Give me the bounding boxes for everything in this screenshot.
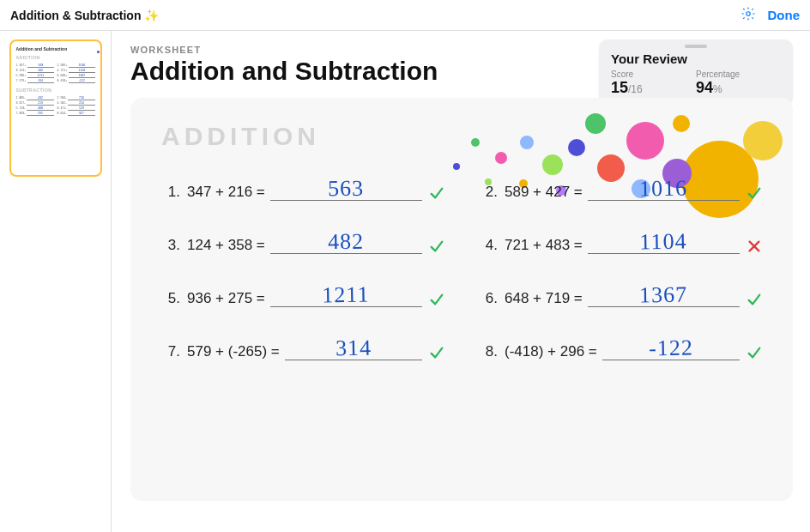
thumbnail-title: Addition and Subtraction xyxy=(16,46,95,51)
score-stat: Score 15/16 xyxy=(611,70,696,97)
handwritten-answer: 314 xyxy=(335,336,372,362)
check-icon xyxy=(429,345,444,360)
score-value: 15 xyxy=(611,79,628,96)
page-thumbnail[interactable]: Addition and Subtraction ADDITION 1. 347… xyxy=(9,39,102,177)
top-navbar: Addition & Subtraction ✨ Done xyxy=(0,0,810,31)
pages-sidebar: Addition and Subtraction ADDITION 1. 347… xyxy=(0,31,112,532)
check-icon xyxy=(747,292,762,307)
problem-expression: 936 + 275 = xyxy=(187,290,265,307)
handwritten-answer: 482 xyxy=(328,229,365,256)
answer-field[interactable]: 1104 xyxy=(588,230,740,254)
handwritten-answer: 1016 xyxy=(639,176,688,203)
problem-row: 4.721 + 483 =1104 xyxy=(479,230,762,254)
answer-field[interactable]: 482 xyxy=(270,230,422,254)
problem-row: 2.589 + 427 =1016 xyxy=(479,177,762,201)
check-icon xyxy=(429,239,444,254)
problem-number: 5. xyxy=(161,290,180,307)
problem-expression: 579 + (-265) = xyxy=(187,343,280,360)
problem-expression: (-418) + 296 = xyxy=(505,343,597,360)
handwritten-answer: 1104 xyxy=(640,229,688,256)
answer-field[interactable]: 563 xyxy=(270,177,422,201)
problem-number: 4. xyxy=(479,237,498,254)
problem-expression: 347 + 216 = xyxy=(187,184,265,201)
review-title: Your Review xyxy=(611,51,781,66)
handwritten-answer: -122 xyxy=(649,336,693,362)
percentage-unit: % xyxy=(713,83,722,95)
handwritten-answer: 1367 xyxy=(639,282,688,309)
answer-field[interactable]: 1211 xyxy=(270,283,422,307)
check-icon xyxy=(429,185,444,201)
workspace: Addition and Subtraction ADDITION 1. 347… xyxy=(0,31,810,532)
answer-field[interactable]: 1367 xyxy=(588,283,740,307)
problem-expression: 589 + 427 = xyxy=(505,184,583,201)
problem-row: 3.124 + 358 =482 xyxy=(161,230,444,254)
percentage-value: 94 xyxy=(696,79,713,96)
problem-number: 6. xyxy=(479,290,498,307)
problem-number: 3. xyxy=(161,237,180,254)
settings-button[interactable] xyxy=(737,4,759,27)
problem-row: 5.936 + 275 =1211 xyxy=(161,283,444,307)
problem-number: 8. xyxy=(479,343,498,360)
done-button[interactable]: Done xyxy=(768,8,801,22)
worksheet-sheet: ADDITION 1.347 + 216 =5632.589 + 427 =10… xyxy=(130,98,793,501)
svg-point-0 xyxy=(746,11,750,15)
problem-number: 2. xyxy=(479,184,498,201)
problem-row: 1.347 + 216 =563 xyxy=(161,177,444,201)
score-total: /16 xyxy=(628,83,643,95)
navbar-title: Addition & Subtraction ✨ xyxy=(10,9,737,22)
drag-handle[interactable] xyxy=(685,45,707,48)
problem-row: 7.579 + (-265) =314 xyxy=(161,336,444,360)
gear-icon xyxy=(740,6,756,25)
problem-number: 7. xyxy=(161,343,180,360)
problem-expression: 721 + 483 = xyxy=(505,237,583,254)
percentage-stat: Percentage 94% xyxy=(696,70,781,97)
percentage-label: Percentage xyxy=(696,70,781,79)
handwritten-answer: 1211 xyxy=(323,282,371,309)
problem-number: 1. xyxy=(161,184,180,201)
problem-row: 6.648 + 719 =1367 xyxy=(479,283,762,307)
problem-expression: 124 + 358 = xyxy=(187,237,265,254)
main-content: WORKSHEET Addition and Subtraction Your … xyxy=(112,31,810,532)
score-label: Score xyxy=(611,70,696,79)
decorative-dots xyxy=(424,98,793,227)
answer-field[interactable]: 314 xyxy=(285,336,422,360)
problem-expression: 648 + 719 = xyxy=(505,290,583,307)
handwritten-answer: 563 xyxy=(328,176,365,203)
answer-field[interactable]: -122 xyxy=(602,336,740,360)
cross-icon xyxy=(747,239,762,254)
check-icon xyxy=(747,345,762,360)
problem-row: 8.(-418) + 296 =-122 xyxy=(479,336,762,360)
check-icon xyxy=(747,185,762,201)
answer-field[interactable]: 1016 xyxy=(588,177,740,201)
review-card[interactable]: Your Review Score 15/16 Percentage 94% xyxy=(599,39,793,106)
check-icon xyxy=(429,292,444,307)
